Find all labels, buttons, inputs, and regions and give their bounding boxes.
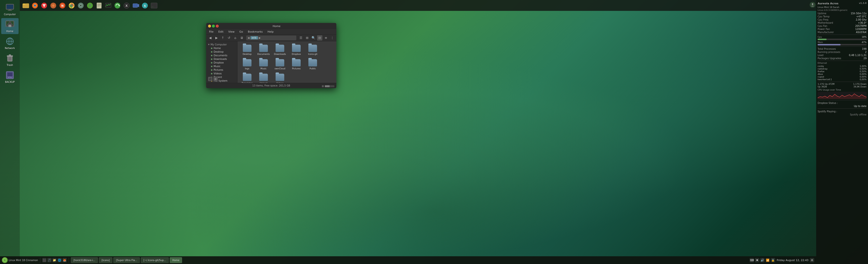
- sidebar-item-dropbox[interactable]: Dropbox: [206, 61, 237, 64]
- file-item-desktop[interactable]: Desktop: [240, 44, 254, 56]
- tray-icon-keyboard[interactable]: ⌨: [750, 258, 754, 262]
- tray-icon-volume[interactable]: 🔊: [760, 258, 765, 262]
- window-minimize-button[interactable]: ─: [208, 25, 211, 28]
- sidebar-item-home[interactable]: Home: [206, 46, 237, 50]
- taskbar-icon-sysmonitor[interactable]: [104, 1, 112, 10]
- file-item-upload[interactable]: Upload: [256, 73, 271, 83]
- taskbar-icon-cinnamon[interactable]: [49, 1, 57, 10]
- menu-edit[interactable]: Edit: [217, 30, 224, 34]
- taskbar-icon-chrome[interactable]: [67, 1, 76, 10]
- window-close-button[interactable]: ✕: [216, 25, 219, 28]
- desktop-icon-computer[interactable]: Computer: [1, 1, 19, 17]
- taskbar-icon-files[interactable]: [22, 1, 30, 10]
- toolbar-list-view[interactable]: ≡: [323, 35, 329, 41]
- sidebar-icon-terminal[interactable]: ⬛: [208, 77, 212, 81]
- file-item-documents[interactable]: Documents: [256, 44, 271, 56]
- taskbar-tray-icon-5[interactable]: 🦊: [62, 258, 67, 262]
- tray-icon-network[interactable]: 📶: [766, 258, 770, 262]
- mint-menu-button[interactable]: [2, 257, 8, 263]
- file-item-owncloud[interactable]: ownCloud: [273, 58, 287, 71]
- toolbar-more[interactable]: ⋮: [330, 35, 335, 41]
- taskbar-window-terminal2[interactable]: [~/.Icons-git/Sup...: [141, 257, 169, 263]
- toolbar-search[interactable]: 🔍: [311, 35, 316, 41]
- sidebar-item-music[interactable]: Music: [206, 64, 237, 68]
- taskbar-icon-radio[interactable]: [77, 1, 85, 10]
- panel-mem-bar: [817, 44, 867, 46]
- taskbar-icon-nemo[interactable]: N: [58, 1, 66, 10]
- trash-icon: [5, 53, 15, 63]
- panel-net-up-row: 1,17G Up 472M 1,17G Down: [817, 83, 867, 85]
- desktop-icon-home[interactable]: Home: [1, 18, 19, 34]
- desktop-icon-network[interactable]: Network: [1, 35, 19, 51]
- file-manager-statusbar: 13 items, Free space: 201,5 GB: [206, 83, 336, 88]
- toolbar-home[interactable]: ⌂: [233, 35, 238, 41]
- menu-go[interactable]: Go: [239, 30, 244, 34]
- sidebar-item-downloads[interactable]: Downloads: [206, 57, 237, 61]
- panel-manufacturer-label: Manufacturer: [817, 31, 834, 33]
- taskbar-icon-notes[interactable]: [95, 1, 103, 10]
- sidebar-item-pictures[interactable]: Pictures: [206, 68, 237, 72]
- toolbar-forward[interactable]: ▶: [214, 35, 219, 41]
- taskbar-icon-s3[interactable]: S: [141, 1, 149, 10]
- panel-cputemp-label: Cpu Temp: [817, 15, 830, 18]
- taskbar-window-icons[interactable]: [Icons]: [99, 257, 112, 263]
- taskbar-icon-update[interactable]: [113, 1, 122, 10]
- process-val-conky: 1,00%: [860, 65, 867, 68]
- taskbar-tray-icon-3[interactable]: 📁: [52, 258, 57, 262]
- taskbar-icon-terminal[interactable]: _: [150, 1, 158, 10]
- file-item-music[interactable]: Music: [256, 58, 271, 71]
- menu-help[interactable]: Help: [267, 30, 275, 34]
- file-item-pictures[interactable]: Pictures: [289, 58, 304, 71]
- sidebar-header-computer[interactable]: ▼ My Computer: [206, 43, 237, 46]
- menu-bookmarks[interactable]: Bookmarks: [247, 30, 264, 34]
- taskbar-window-terminal1[interactable]: [horst3180/are-i...: [71, 257, 98, 263]
- folder-icon-desktop: [243, 45, 251, 52]
- bottom-taskbar: Linux Mint 18 Cinnamon ⬛ 🎵 📁 🌐 🦊 [horst3…: [0, 256, 816, 264]
- sidebar-item-videos[interactable]: Videos: [206, 72, 237, 75]
- tray-icon-gear[interactable]: ⚙: [810, 258, 814, 262]
- taskbar-icon-screenrecord[interactable]: [132, 1, 140, 10]
- menu-file[interactable]: File: [208, 30, 214, 34]
- statusbar-right-controls: [322, 85, 334, 87]
- desktop-icon-trash[interactable]: Trash: [1, 52, 19, 68]
- file-item-templates[interactable]: Templates: [240, 73, 254, 83]
- file-item-videos[interactable]: Videos: [273, 73, 287, 83]
- file-item-public[interactable]: Public: [306, 58, 320, 71]
- taskbar-tray-icon-2[interactable]: 🎵: [47, 258, 52, 262]
- status-zoom-out[interactable]: [322, 85, 324, 87]
- file-manager-menubar: File Edit View Go Bookmarks Help: [206, 29, 336, 34]
- sidebar-item-documents[interactable]: Documents: [206, 54, 237, 57]
- folder-icon-upload: [259, 74, 268, 81]
- panel-runproc-value: 2: [865, 51, 867, 53]
- taskbar-tray-icon-1[interactable]: ⬛: [42, 258, 46, 262]
- file-item-logs[interactable]: logs: [240, 58, 254, 71]
- file-item-downloads[interactable]: Downloads: [273, 44, 287, 56]
- toolbar-back[interactable]: ◀: [208, 35, 213, 41]
- toolbar-computer[interactable]: 🖥: [239, 35, 244, 41]
- window-maximize-button[interactable]: □: [212, 25, 215, 28]
- menu-view[interactable]: View: [227, 30, 236, 34]
- toolbar-icons-view[interactable]: ⊟: [317, 35, 322, 41]
- taskbar-window-superultra[interactable]: [Super Ultra Fla...: [113, 257, 140, 263]
- sidebar-item-desktop[interactable]: Desktop: [206, 50, 237, 54]
- desktop-icon-backup[interactable]: BACKUP: [1, 69, 19, 85]
- taskbar-icon-x[interactable]: X: [123, 1, 131, 10]
- taskbar-tray-icon-4[interactable]: 🌐: [57, 258, 62, 262]
- sidebar-icon-settings[interactable]: ⚙: [213, 77, 218, 81]
- file-manager-titlebar: ─ □ ✕ Home: [206, 23, 336, 29]
- file-item-icons-git[interactable]: Icons-git: [306, 44, 320, 56]
- taskbar-window-home[interactable]: Home: [170, 257, 182, 263]
- svg-rect-18: [7, 73, 12, 76]
- toolbar-reload[interactable]: ↺: [226, 35, 232, 41]
- tray-icon-lock[interactable]: 🔒: [771, 258, 775, 262]
- file-item-dropbox[interactable]: Dropbox: [289, 44, 304, 56]
- toolbar-view-grid[interactable]: ⊞: [305, 35, 310, 41]
- toolbar-up[interactable]: ↑: [220, 35, 225, 41]
- taskbar-icon-vivaldi[interactable]: [40, 1, 48, 10]
- panel-avatar[interactable]: [810, 2, 815, 8]
- taskbar-icon-firefox[interactable]: [31, 1, 39, 10]
- toolbar-view-list[interactable]: ☰: [298, 35, 304, 41]
- tray-icon-x[interactable]: ✖: [755, 258, 759, 262]
- breadcrumb-item[interactable]: erik: [250, 36, 258, 39]
- taskbar-icon-apricot[interactable]: 🎵: [86, 1, 94, 10]
